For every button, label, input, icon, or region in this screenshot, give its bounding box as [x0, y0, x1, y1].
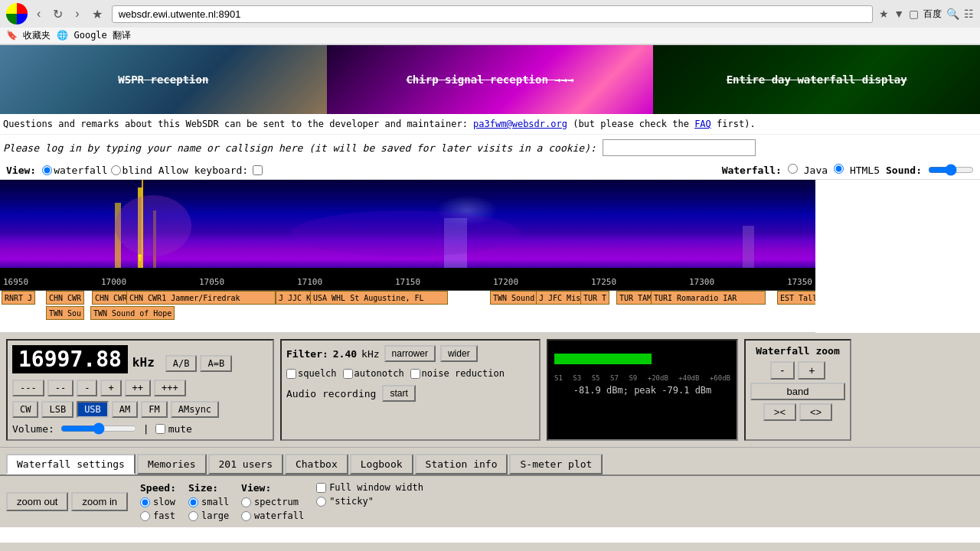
view-waterfall-label[interactable]: waterfall — [241, 510, 304, 521]
station-tur-t[interactable]: TUR T — [580, 291, 609, 305]
station-rnrt[interactable]: RNRT J — [2, 291, 35, 305]
allow-keyboard-checkbox[interactable] — [253, 165, 263, 175]
step-doubleminus[interactable]: -- — [47, 380, 74, 396]
forward-nav-button[interactable]: › — [72, 5, 82, 22]
view-blind-label[interactable]: blind — [111, 165, 152, 176]
squelch-checkbox[interactable] — [286, 369, 296, 379]
star-button[interactable]: ★ — [879, 8, 889, 20]
zoom-out-button[interactable]: zoom out — [6, 492, 68, 511]
zoom-in-button[interactable]: zoom in — [71, 492, 128, 511]
station-chn1[interactable]: CHN CWR — [46, 291, 84, 305]
filter-label: Filter: — [286, 348, 328, 360]
sound-slider[interactable] — [928, 164, 974, 176]
sticky-radio[interactable] — [316, 497, 326, 507]
noise-reduction-label[interactable]: noise reduction — [410, 368, 505, 379]
banner-wspr[interactable]: WSPR reception — [0, 45, 327, 114]
mode-cw[interactable]: CW — [12, 401, 38, 418]
login-input[interactable] — [603, 139, 756, 156]
size-small-label[interactable]: small — [188, 497, 229, 507]
station-chn2[interactable]: CHN CWR — [92, 291, 130, 305]
station-usa-whl[interactable]: USA WHL St Augustine, FL — [310, 291, 448, 305]
mode-usb[interactable]: USB — [77, 401, 109, 418]
aequals-button[interactable]: A=B — [200, 355, 232, 372]
tab-chatbox[interactable]: Chatbox — [285, 454, 348, 474]
autonotch-label[interactable]: autonotch — [343, 368, 404, 379]
wfzoom-minus[interactable]: - — [770, 361, 795, 380]
mode-am[interactable]: AM — [112, 401, 138, 418]
wfzoom-band[interactable]: band — [750, 383, 845, 400]
fullwindow-label[interactable]: Full window width — [316, 482, 423, 493]
step-doubleplus[interactable]: ++ — [125, 380, 151, 396]
mode-fm[interactable]: FM — [141, 401, 167, 418]
menu-button[interactable]: ☷ — [964, 8, 974, 20]
size-small-radio[interactable] — [188, 497, 198, 507]
mode-amsync[interactable]: AMsync — [171, 401, 219, 418]
banner-chirp[interactable]: Chirp signal reception →→→ — [327, 45, 654, 114]
waterfall-html5-label[interactable]: HTML5 — [834, 164, 880, 176]
mode-lsb[interactable]: LSB — [41, 401, 74, 418]
volume-slider[interactable] — [60, 422, 137, 435]
banner-waterfall[interactable]: Entire day waterfall display — [653, 45, 980, 114]
size-large-label[interactable]: large — [188, 510, 229, 521]
station-twn2[interactable]: TWN Sou — [46, 306, 84, 320]
waterfall-html5-radio[interactable] — [834, 164, 844, 174]
step-triplminus[interactable]: --- — [12, 380, 44, 396]
autonotch-checkbox[interactable] — [343, 369, 353, 379]
step-tripleplus[interactable]: +++ — [154, 380, 186, 396]
view-blind-radio[interactable] — [111, 165, 121, 175]
home-button[interactable]: ★ — [89, 5, 106, 23]
tab-s-meter-plot[interactable]: S-meter plot — [509, 454, 603, 474]
noise-reduction-checkbox[interactable] — [410, 369, 420, 379]
station-jfc[interactable]: J JFC Mis — [536, 291, 583, 305]
view-spectrum-label[interactable]: spectrum — [241, 497, 304, 507]
narrower-button[interactable]: narrower — [384, 345, 436, 362]
station-est[interactable]: EST Tallinn Radio — [777, 291, 815, 305]
view-waterfall-radio[interactable] — [42, 165, 52, 175]
waterfall-java-radio[interactable] — [788, 164, 798, 174]
speed-fast-radio[interactable] — [140, 511, 150, 521]
ab-button[interactable]: A/B — [165, 355, 198, 372]
fullwindow-checkbox[interactable] — [316, 483, 326, 493]
station-turi[interactable]: TURI Romaradio IAR — [651, 291, 766, 305]
speed-slow-radio[interactable] — [140, 497, 150, 507]
faq-link[interactable]: FAQ — [694, 119, 711, 129]
speed-fast-label[interactable]: fast — [140, 510, 176, 521]
size-large-radio[interactable] — [188, 511, 198, 521]
bookmark-button[interactable]: ▼ — [893, 8, 904, 20]
station-tur-tam[interactable]: TUR TAM — [616, 291, 655, 305]
tab-logbook[interactable]: Logbook — [350, 454, 413, 474]
speed-slow-label[interactable]: slow — [140, 497, 176, 507]
step-plus[interactable]: + — [100, 380, 121, 396]
tab-waterfall-settings[interactable]: Waterfall settings — [6, 454, 136, 474]
step-minus[interactable]: - — [77, 380, 97, 396]
wfzoom-right[interactable]: <> — [799, 403, 832, 421]
bookmark-item-1[interactable]: 🔖 收藏夹 — [6, 29, 51, 42]
mute-checkbox[interactable] — [155, 424, 165, 434]
view-waterfall-radio[interactable] — [241, 511, 251, 521]
reload-button[interactable]: ↻ — [50, 5, 66, 23]
spectrum-canvas[interactable]: ↑ — [0, 180, 815, 268]
start-button[interactable]: start — [382, 385, 415, 402]
tab-station-info[interactable]: Station info — [415, 454, 508, 474]
station-jammer[interactable]: CHN CWR1 Jammer/Firedrak — [126, 291, 276, 305]
tab-memories[interactable]: Memories — [137, 454, 207, 474]
wfzoom-plus[interactable]: + — [798, 361, 825, 380]
station-twn-hope[interactable]: TWN Sound of Hope — [90, 306, 175, 320]
bookmark-item-2[interactable]: 🌐 Google 翻译 — [57, 29, 131, 42]
info-text3: first). — [717, 119, 756, 129]
squelch-label[interactable]: squelch — [286, 368, 337, 379]
wfzoom-left[interactable]: >< — [763, 403, 796, 421]
view-waterfall-label[interactable]: waterfall — [42, 165, 107, 176]
search-button[interactable]: 🔍 — [946, 8, 959, 20]
info-email[interactable]: pa3fwm@websdr.org — [473, 119, 567, 129]
screenshot-button[interactable]: ▢ — [909, 8, 919, 20]
wider-button[interactable]: wider — [440, 345, 478, 362]
browser-lang: 百度 — [923, 8, 942, 21]
back-button[interactable]: ‹ — [34, 5, 44, 22]
sticky-label[interactable]: "sticky" — [316, 496, 423, 507]
mute-label[interactable]: mute — [155, 423, 192, 435]
view-spectrum-radio[interactable] — [241, 497, 251, 507]
url-bar[interactable] — [112, 5, 873, 23]
waterfall-java-label[interactable]: Java — [788, 164, 828, 176]
tab-users[interactable]: 201 users — [208, 454, 283, 474]
